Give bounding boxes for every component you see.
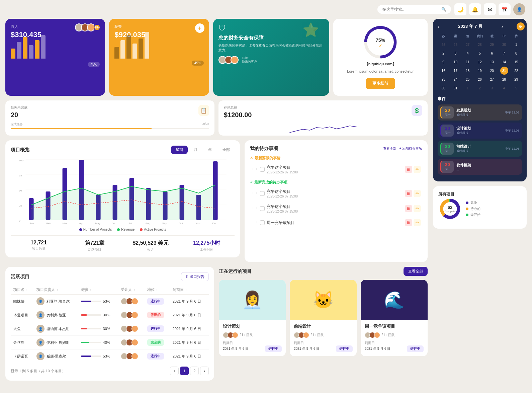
drag-handle[interactable]: ⋮⋮	[251, 168, 258, 171]
add-todo-link[interactable]: + 添加待办事项	[399, 146, 422, 151]
calendar-day[interactable]: 4	[464, 49, 472, 57]
calendar-day[interactable]: 22	[512, 67, 520, 75]
search-box[interactable]: 🔍	[377, 5, 451, 14]
calendar-day[interactable]: 5	[476, 49, 484, 57]
col-manager[interactable]: 项目负责人 ↕	[34, 285, 78, 295]
cell-status: 进行中	[145, 349, 170, 363]
drag-handle-2[interactable]: ⋮⋮	[251, 192, 258, 195]
calendar-day[interactable]: 30	[500, 41, 508, 49]
todo-checkbox-3[interactable]	[260, 206, 265, 211]
todo-delete-2[interactable]: 🗑	[405, 190, 412, 197]
running-card-body: 前端设计 21+ 团队 到期日 2021 年 9 月 6 日 进行中	[290, 320, 357, 356]
calendar-day[interactable]: 28	[500, 75, 508, 83]
search-input[interactable]	[382, 7, 439, 12]
calendar-day[interactable]: 13	[488, 58, 496, 66]
user-avatar[interactable]: 👤	[513, 3, 525, 15]
todo-btns-4[interactable]: 🗑 ✏	[405, 219, 421, 226]
col-due[interactable]: 到期日 ↕	[170, 285, 209, 295]
todo-btns-1[interactable]: 🗑 ✏	[405, 166, 421, 173]
prev-page-button[interactable]: ‹	[170, 367, 179, 375]
tab-week[interactable]: 星期	[171, 146, 188, 154]
calendar-day[interactable]: 15	[512, 58, 520, 66]
gear-icon[interactable]: ⚙	[517, 22, 525, 30]
next-page-button[interactable]: ›	[200, 367, 209, 375]
calendar-day[interactable]: 24	[451, 75, 459, 83]
calendar-day[interactable]: 30	[439, 84, 447, 92]
calendar-day[interactable]: 10	[451, 58, 459, 66]
calendar-day[interactable]: 2	[439, 49, 447, 57]
view-all-link[interactable]: 查看全部	[383, 146, 396, 151]
calendar-day[interactable]: 1	[464, 84, 472, 92]
calendar-day[interactable]: 4	[500, 84, 508, 92]
tab-month[interactable]: 月	[189, 146, 202, 154]
theme-toggle-icon[interactable]: 🌙	[454, 3, 466, 15]
calendar-day[interactable]: 21	[500, 67, 508, 75]
col-assignee[interactable]: 受让人 ↕	[118, 285, 144, 295]
col-progress[interactable]: 进步 ↕	[78, 285, 118, 295]
page-buttons[interactable]: ‹ 1 2 ›	[170, 367, 209, 375]
calendar-day[interactable]: 27	[488, 75, 496, 83]
chart-tabs[interactable]: 星期 月 年 全部	[171, 146, 235, 154]
calendar-day[interactable]: 3	[451, 49, 459, 57]
calendar-day[interactable]: 31	[451, 84, 459, 92]
calendar-day[interactable]: 20	[488, 67, 496, 75]
todo-btns-2[interactable]: 🗑 ✏	[405, 190, 421, 197]
calendar-day[interactable]: 26	[476, 75, 484, 83]
calendar-day[interactable]: 29	[512, 75, 520, 83]
running-card-name: 设计策划	[223, 323, 282, 329]
calendar-day[interactable]: 3	[488, 84, 496, 92]
calendar-day[interactable]: 26	[451, 41, 459, 49]
todo-edit-1[interactable]: ✏	[414, 166, 421, 173]
calendar-day[interactable]: 18	[464, 67, 472, 75]
view-all-button[interactable]: 查看全部	[404, 267, 428, 276]
calendar-day[interactable]: 5	[512, 84, 520, 92]
next-month-button[interactable]: ›	[502, 24, 503, 29]
todo-checkbox-4[interactable]	[260, 220, 265, 225]
calendar-day[interactable]: 1	[512, 41, 520, 49]
calendar-day[interactable]: 16	[439, 67, 447, 75]
calendar-day[interactable]: 7	[500, 49, 508, 57]
prev-month-button[interactable]: ‹	[438, 24, 439, 29]
calendar-day[interactable]: 27	[464, 41, 472, 49]
todo-edit-2[interactable]: ✏	[414, 190, 421, 197]
calendar-grid[interactable]: 苏星途我们社Fr萨2526272829301234567891011121314…	[438, 33, 522, 92]
col-status[interactable]: 地位 ↕	[145, 285, 170, 295]
todo-checkbox-1[interactable]	[260, 167, 265, 172]
calendar-day[interactable]: 29	[488, 41, 496, 49]
calendar-day[interactable]: 17	[451, 67, 459, 75]
todo-checkbox-2[interactable]	[260, 191, 265, 196]
drag-handle-4[interactable]: ⋮⋮	[251, 221, 258, 225]
drag-handle-3[interactable]: ⋮⋮	[251, 207, 258, 211]
todo-actions[interactable]: 查看全部 + 添加待办事项	[383, 146, 422, 151]
calendar-day[interactable]: 19	[476, 67, 484, 75]
calendar-day[interactable]: 28	[476, 41, 484, 49]
calendar-day[interactable]: 2	[476, 84, 484, 92]
tab-year[interactable]: 年	[203, 146, 216, 154]
manager-avatar: 👤	[36, 338, 45, 346]
detail-button[interactable]: 更多细节	[366, 78, 395, 89]
event-name: 发展规划	[456, 108, 502, 113]
calendar-day[interactable]: 23	[439, 75, 447, 83]
notification-icon[interactable]: 🔔	[469, 3, 481, 15]
export-button[interactable]: ⬆ 出口报告	[181, 272, 209, 281]
tab-all[interactable]: 全部	[218, 146, 235, 154]
calendar-day[interactable]: 6	[488, 49, 496, 57]
col-name[interactable]: 项目名 ↕	[11, 285, 34, 295]
todo-delete-3[interactable]: 🗑	[405, 205, 412, 212]
page-1-button[interactable]: 1	[180, 367, 189, 375]
calendar-icon[interactable]: 📅	[499, 3, 511, 15]
todo-edit-4[interactable]: ✏	[414, 219, 421, 226]
todo-btns-3[interactable]: 🗑 ✏	[405, 205, 421, 212]
calendar-day[interactable]: 12	[476, 58, 484, 66]
calendar-day[interactable]: 9	[439, 58, 447, 66]
todo-delete-1[interactable]: 🗑	[405, 166, 412, 173]
calendar-day[interactable]: 8	[512, 49, 520, 57]
todo-edit-3[interactable]: ✏	[414, 205, 421, 212]
todo-delete-4[interactable]: 🗑	[405, 219, 412, 226]
calendar-day[interactable]: 14	[500, 58, 508, 66]
calendar-day[interactable]: 25	[439, 41, 447, 49]
calendar-day[interactable]: 25	[464, 75, 472, 83]
mail-icon[interactable]: ✉	[484, 3, 496, 15]
calendar-day[interactable]: 11	[464, 58, 472, 66]
page-2-button[interactable]: 2	[190, 367, 199, 375]
